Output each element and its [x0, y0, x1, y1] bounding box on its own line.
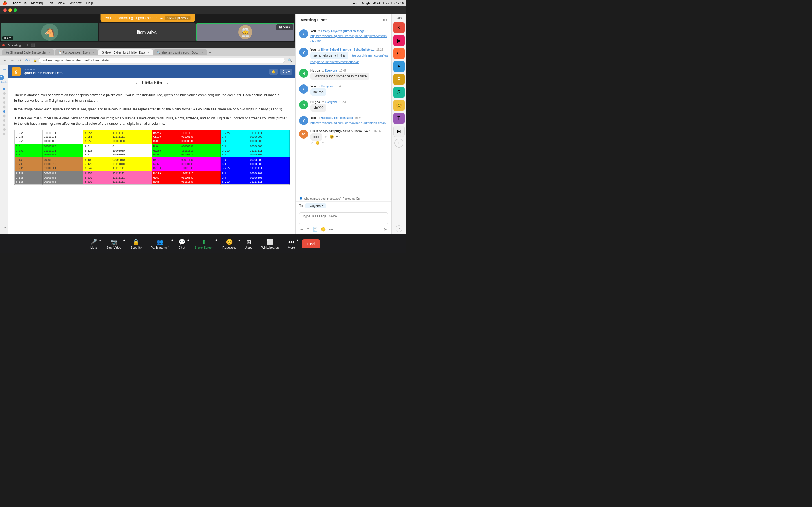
reactions-caret-icon: ▲ [238, 238, 240, 241]
progress-diamond-4[interactable] [3, 128, 6, 131]
back-button[interactable]: ← [2, 58, 8, 63]
vpn-badge: VPN [24, 59, 32, 62]
toolbar-more[interactable]: ••• More ▲ [283, 237, 299, 251]
tab-elephant[interactable]: 🔍 elephant country song - Goo... ✕ [153, 49, 207, 55]
progress-dot-2[interactable] [3, 97, 5, 99]
send-toolbar-btn[interactable]: ➤ [383, 226, 388, 232]
address-input[interactable] [39, 58, 285, 63]
toolbar-security[interactable]: 🔒 Security [126, 236, 146, 251]
app-coursera[interactable]: C [393, 48, 405, 59]
refresh-button[interactable]: ↻ [17, 58, 22, 63]
next-nav-button[interactable]: › [167, 80, 168, 86]
view-options-button[interactable]: View Options ▾ [165, 16, 191, 20]
app-ai[interactable]: ✦ [393, 61, 405, 72]
emoji-toolbar-btn[interactable]: 😊 [320, 226, 326, 232]
close-tab-elephant[interactable]: ✕ [202, 51, 204, 54]
close-tab-simulated[interactable]: ✕ [49, 51, 51, 54]
list-icon[interactable]: ☰ [2, 67, 6, 72]
app-multi[interactable]: ⊞ [393, 126, 405, 137]
view-button[interactable]: ⊞ View [276, 24, 293, 31]
msg-time-5: 16.51 [339, 101, 346, 104]
chat-input[interactable] [299, 212, 388, 224]
menu-edit[interactable]: Edit [47, 1, 53, 5]
progress-dot-7[interactable] [3, 133, 5, 135]
progress-dot-3[interactable] [3, 101, 5, 104]
app-name[interactable]: zoom.us [13, 1, 27, 5]
toolbar-whiteboards[interactable]: ⬜ Whiteboards [257, 236, 283, 251]
app-duolingo[interactable]: ▶ [393, 35, 405, 46]
toolbar-stop-video[interactable]: 📷 Stop Video ▲ [102, 236, 126, 251]
emoji-reaction-btn[interactable]: 😊 [329, 135, 334, 139]
progress-dot-1[interactable] [3, 88, 5, 90]
menu-view[interactable]: View [58, 1, 65, 5]
msg-link-1[interactable]: https://groklearning.com/learn/cyber-hun… [310, 34, 387, 43]
apple-icon[interactable]: 🍎 [2, 1, 7, 5]
quote-toolbar-btn[interactable]: ❝ [306, 226, 310, 232]
close-button[interactable] [3, 8, 7, 12]
toolbar-share-screen[interactable]: ⬆ Share Screen ▲ [190, 236, 218, 251]
search-icon[interactable]: 🔍 [287, 58, 293, 63]
add-app-button[interactable]: + [395, 138, 403, 148]
app-twine[interactable]: T [393, 113, 405, 124]
tab-simulated[interactable]: 🎮 Simulated Battle Spectacular ✕ [2, 49, 54, 55]
table-row: R:14G:70B:205 000011100100011011001101 R… [15, 158, 290, 171]
progress-dot-5[interactable] [3, 119, 5, 122]
app-fun[interactable]: 😊 [393, 100, 405, 111]
reply-btn[interactable]: ↩ [310, 141, 313, 145]
file-toolbar-btn[interactable]: 📄 [312, 226, 318, 232]
end-meeting-button[interactable]: End [302, 239, 320, 248]
close-tab-post[interactable]: ✕ [92, 51, 94, 54]
msg-bubble-4: me too [310, 89, 326, 96]
bell-button[interactable]: 🔔 [269, 69, 278, 75]
msg-body-2: You to Binus School Simprug - Seira Suli… [310, 48, 388, 64]
toolbar-chat[interactable]: 💬 Chat ▲ [174, 236, 190, 251]
progress-diamond-2[interactable] [3, 105, 6, 108]
more-options-icon[interactable]: ··· [2, 225, 6, 230]
reply-toolbar-btn[interactable]: ↩ [300, 226, 304, 232]
progress-dot-6[interactable] [3, 124, 5, 126]
to-recipient-button[interactable]: Everyone ▾ [305, 203, 326, 208]
new-tab-button[interactable]: + [209, 50, 211, 55]
minimize-button[interactable] [8, 8, 12, 12]
participant-tile-hugoa[interactable]: 🐴 Hugoa [1, 23, 98, 41]
tab-grok-active[interactable]: G Grok | Cyber Hunt: Hidden Data ✕ [98, 49, 153, 55]
prev-nav-button[interactable]: ‹ [136, 80, 137, 86]
app-help-button[interactable]: ? [396, 225, 402, 232]
emoji-btn[interactable]: 😊 [315, 141, 320, 145]
close-tab-grok[interactable]: ✕ [147, 51, 149, 54]
toolbar-reactions[interactable]: 😊 Reactions ▲ [218, 236, 241, 251]
toolbar-mute[interactable]: 🎤 Mute ▲ [86, 236, 102, 251]
progress-diamond-3[interactable] [3, 114, 6, 117]
participant-tile-tiffany[interactable]: Tiffany Ariya... [99, 23, 196, 41]
app-prezi[interactable]: P [393, 74, 405, 85]
menu-window[interactable]: Window [70, 1, 82, 5]
stop-icon[interactable]: ⬛ [31, 43, 35, 47]
more-reaction-btn[interactable]: ••• [336, 135, 340, 139]
tab-post-attendee[interactable]: 📋 Post Attendee - Zoom ✕ [55, 49, 98, 55]
section-title: Little bits [142, 80, 162, 86]
binary-table-container: R:255G:255B:255 111111111111111100000000… [14, 130, 290, 185]
menu-meeting[interactable]: Meeting [31, 1, 43, 5]
maximize-button[interactable] [13, 8, 17, 12]
forward-button[interactable]: → [10, 58, 15, 63]
cro-button[interactable]: Cro ▾ [280, 69, 292, 75]
toolbar-apps[interactable]: ⊞ Apps [241, 236, 257, 251]
cell-g2-binary: 000000001010101000110010 [180, 144, 220, 158]
more-btn[interactable]: ••• [322, 141, 326, 145]
progress-diamond-1[interactable] [3, 92, 6, 95]
pause-icon[interactable]: ⏸ [26, 43, 29, 47]
app-kahoot[interactable]: K [393, 22, 405, 33]
msg-link-6[interactable]: https://groklearning.com/learn/cyber-hun… [310, 121, 388, 124]
toolbar-participants[interactable]: 👥 Participants 4 ▲ [146, 236, 174, 251]
recording-bar: Recording... ⏸ ⬛ [0, 42, 296, 48]
app-sesh[interactable]: S [393, 87, 405, 98]
chat-header: Meeting Chat ••• [296, 14, 391, 26]
menu-help[interactable]: Help [86, 1, 93, 5]
lock-icon: 🔒 [34, 59, 37, 62]
progress-dot-4[interactable] [3, 110, 5, 113]
person-icon: 👤 [299, 197, 303, 200]
more-toolbar-btn[interactable]: ••• [328, 226, 334, 232]
cell-gray-rgb: R:128G:128B:128 [15, 171, 43, 184]
chat-options-button[interactable]: ••• [383, 18, 387, 22]
reply-reaction-btn[interactable]: ↩ [324, 135, 327, 139]
